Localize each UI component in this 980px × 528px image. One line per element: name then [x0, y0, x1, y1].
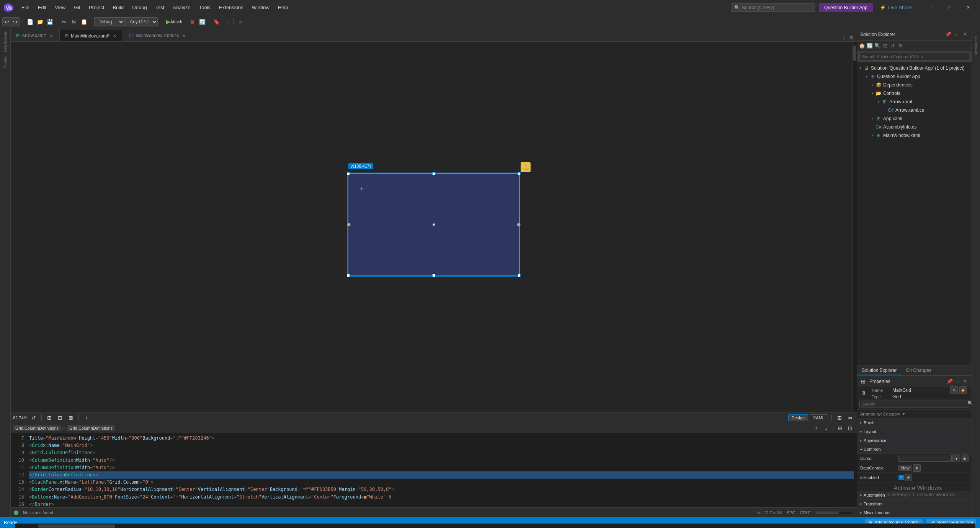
menu-item-analyze[interactable]: Analyze — [169, 3, 194, 12]
expand-project[interactable]: ▾ — [863, 73, 869, 80]
sol-filter-button[interactable]: 🔍 — [874, 42, 881, 49]
scrollbar-bottom-thumb[interactable] — [816, 512, 839, 514]
collapse-button[interactable]: ↑ — [812, 424, 820, 432]
expand-button[interactable]: ↓ — [822, 424, 830, 432]
datacontext-bind-button[interactable]: ◈ — [913, 464, 921, 472]
tab-close-mainwindow-cs[interactable]: ✕ — [181, 33, 186, 38]
paste-button[interactable]: 📋 — [80, 18, 88, 26]
transform-section[interactable]: ▸ Transform — [857, 500, 972, 508]
tab-arrow-xaml[interactable]: ⊞ Arrow.xaml* ✕ — [11, 30, 60, 41]
props-close-button[interactable]: ✕ — [962, 378, 969, 385]
tab-mainwindow-cs[interactable]: C# MainWindow.xaml.cs ✕ — [123, 30, 192, 41]
sol-sync-button[interactable]: 🔄 — [866, 42, 873, 49]
breadcrumb-left[interactable]: Grid.ColumnDefinitions — [13, 425, 61, 431]
layout-section[interactable]: ▸ Layout — [857, 427, 972, 436]
brush-section[interactable]: ▸ Brush — [857, 419, 972, 427]
tab-mainwindow-xaml[interactable]: ⊞ MainWindow.xaml* ✕ — [60, 30, 123, 41]
minimize-button[interactable]: ─ — [923, 2, 940, 13]
tab-close-mainwindow[interactable]: ✕ — [112, 33, 117, 39]
isenabled-bind-button[interactable]: ◈ — [905, 474, 912, 481]
sol-expand-button[interactable]: □ — [953, 31, 960, 38]
close-button[interactable]: ✕ — [959, 2, 977, 13]
sol-home-button[interactable]: 🏠 — [859, 42, 866, 49]
wpf-window[interactable]: y(138,417) ⚓ + — [348, 173, 520, 276]
platform-dropdown[interactable]: Any CPU x64 x86 — [126, 18, 158, 26]
expand-mainwindow[interactable]: ▸ — [869, 132, 875, 139]
resize-handle-tc[interactable] — [432, 172, 435, 175]
reset-zoom-button[interactable]: ↺ — [29, 414, 38, 422]
sol-pin-button[interactable]: 📌 — [945, 31, 952, 38]
goto-button[interactable]: → — [222, 18, 230, 26]
menu-item-build[interactable]: Build — [109, 3, 127, 12]
menu-item-file[interactable]: File — [18, 3, 33, 12]
cursor-bind-button[interactable]: ◈ — [961, 455, 969, 462]
sol-properties-button[interactable]: ⚙ — [897, 42, 904, 49]
props-search-input[interactable] — [859, 401, 969, 407]
automation-section[interactable]: ▸ Automation — [857, 491, 972, 500]
menu-item-help[interactable]: Help — [274, 3, 292, 12]
tree-item-mainwindow[interactable]: ▸ ⊞ MainWindow.xaml — [857, 131, 972, 140]
resize-handle-bl[interactable] — [347, 274, 350, 277]
resize-handle-mr[interactable] — [517, 223, 521, 227]
toolbox-strip[interactable]: Toolbox — [1, 55, 10, 70]
cut-button[interactable]: ✂ — [60, 18, 68, 26]
tree-item-assembly[interactable]: ▸ C# AssemblyInfo.cs — [857, 123, 972, 131]
sol-explorer-tab[interactable]: Solution Explorer — [857, 366, 901, 375]
notifications-strip[interactable]: Notifications — [973, 30, 980, 60]
common-section[interactable]: ▾ Common — [857, 445, 972, 454]
isenabled-checkbox[interactable]: ✓ — [898, 475, 904, 480]
name-link-button[interactable]: ⚡ — [959, 386, 967, 394]
scrollbar-thumb-v[interactable] — [853, 46, 856, 61]
solution-search-input[interactable] — [859, 53, 969, 60]
props-expand-button[interactable]: □ — [954, 378, 961, 385]
stop-button[interactable]: ⏹ — [188, 18, 196, 26]
app-title-button[interactable]: Question Builder App — [819, 3, 873, 12]
new-file-button[interactable]: 📄 — [26, 18, 34, 26]
horizontal-scrollbar-bottom[interactable] — [815, 510, 854, 515]
redo-button[interactable]: ↪ — [11, 18, 20, 26]
tree-item-arrow-xaml[interactable]: ▾ ⊞ Arrow.xaml — [857, 98, 972, 106]
menu-item-view[interactable]: View — [51, 3, 69, 12]
expand-solution[interactable]: ▾ — [857, 65, 863, 71]
tile-view-button[interactable]: ⊟ — [56, 414, 64, 422]
design-tab-button[interactable]: Design — [788, 414, 808, 421]
menu-item-debug[interactable]: Debug — [128, 3, 150, 12]
sol-refresh-button[interactable]: ↺ — [889, 42, 896, 49]
split-view-button[interactable]: ⊠ — [67, 414, 75, 422]
menu-item-test[interactable]: Test — [152, 3, 168, 12]
open-button[interactable]: 📁 — [36, 18, 44, 26]
props-pin-button[interactable]: 📌 — [946, 378, 953, 385]
debug-config-dropdown[interactable]: Debug Release — [94, 18, 124, 26]
resize-handle-br[interactable] — [518, 274, 521, 277]
menu-item-extensions[interactable]: Extensions — [215, 3, 247, 12]
vertical-scrollbar[interactable] — [852, 42, 857, 423]
menu-item-git[interactable]: Git — [70, 3, 84, 12]
expand-more-icon[interactable]: ⌄ — [913, 484, 916, 489]
appearance-section[interactable]: ▸ Appearance — [857, 436, 972, 445]
restart-button[interactable]: 🔄 — [198, 18, 206, 26]
solution-root[interactable]: ▾ ⊟ Solution 'Question Builder App' (1 o… — [857, 64, 972, 72]
resize-handle-tr[interactable] — [518, 172, 521, 175]
sol-collapse-button[interactable]: ⊟ — [882, 42, 889, 49]
tree-item-arrow-cs[interactable]: ▸ C# Arrow.xaml.cs — [857, 106, 972, 114]
save-button[interactable]: 💾 — [46, 18, 54, 26]
undo-button[interactable]: ↩ — [3, 18, 11, 26]
copy-button[interactable]: ⎘ — [70, 18, 78, 26]
tree-item-app-xaml[interactable]: ▸ ⊞ App.xaml — [857, 114, 972, 123]
resize-handle-tl[interactable] — [347, 172, 350, 175]
format-button[interactable]: ≡ — [236, 18, 245, 26]
view-settings-button[interactable]: ⊞ — [835, 414, 844, 422]
global-search[interactable]: 🔍 Search (Ctrl+Q) — [731, 3, 815, 12]
git-changes-tab[interactable]: Git Changes — [901, 366, 936, 375]
menu-item-tools[interactable]: Tools — [195, 3, 214, 12]
tree-item-controls[interactable]: ▾ 📂 Controls — [857, 89, 972, 98]
menu-item-edit[interactable]: Edit — [34, 3, 50, 12]
tab-close-arrow[interactable]: ✕ — [49, 33, 54, 38]
tab-settings-button[interactable]: ⚙ — [848, 34, 855, 41]
expand-app[interactable]: ▸ — [869, 116, 875, 122]
split-editor-button[interactable]: ⊟ — [836, 424, 844, 432]
bookmark-button[interactable]: 🔖 — [212, 18, 220, 26]
tree-item-dependencies[interactable]: ▸ 📦 Dependencies — [857, 81, 972, 89]
xaml-tab-button[interactable]: XAML — [810, 414, 828, 421]
grid-view-button[interactable]: ⊞ — [45, 414, 54, 422]
